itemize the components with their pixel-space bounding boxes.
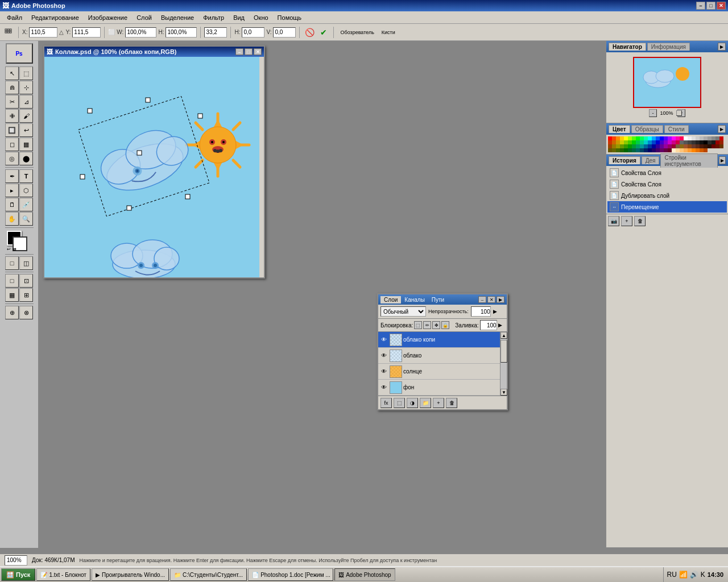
swatch[interactable] xyxy=(612,144,616,148)
tab-history[interactable]: История xyxy=(609,156,640,164)
swatch[interactable] xyxy=(664,140,668,144)
swatch[interactable] xyxy=(664,144,668,148)
swatch[interactable] xyxy=(616,148,620,152)
tab-color[interactable]: Цвет xyxy=(609,125,630,133)
brushes-btn[interactable]: Кисти xyxy=(379,26,398,39)
swatch[interactable] xyxy=(644,144,648,148)
swatch[interactable] xyxy=(648,148,652,152)
swatch[interactable] xyxy=(652,140,656,144)
swatch[interactable] xyxy=(652,148,656,152)
swatch[interactable] xyxy=(636,144,640,148)
jump-to-imageready[interactable]: ⊕ xyxy=(5,306,19,319)
layer-row-0[interactable]: 👁 облако копи xyxy=(378,332,507,348)
menu-edit[interactable]: Редактирование xyxy=(27,13,84,22)
swatch[interactable] xyxy=(700,140,704,144)
blur-tool[interactable]: ◎ xyxy=(5,152,19,165)
history-snapshot-btn[interactable]: 📷 xyxy=(608,216,619,226)
swatch[interactable] xyxy=(688,140,692,144)
swatch[interactable] xyxy=(708,144,712,148)
swatch[interactable] xyxy=(668,144,672,148)
menu-view[interactable]: Вид xyxy=(229,13,249,22)
slice-tool[interactable]: ⊿ xyxy=(19,95,33,109)
lock-image-btn[interactable]: ✏ xyxy=(423,321,431,329)
swatch[interactable] xyxy=(648,140,652,144)
swatch[interactable] xyxy=(696,140,700,144)
commit-transform-button[interactable]: ✔ xyxy=(317,26,330,39)
swatch[interactable] xyxy=(708,136,712,140)
swatch[interactable] xyxy=(680,136,684,140)
swatch[interactable] xyxy=(640,140,644,144)
minimize-button[interactable]: – xyxy=(696,2,705,10)
swatch[interactable] xyxy=(680,148,684,152)
swatch[interactable] xyxy=(692,136,696,140)
angle-input[interactable] xyxy=(204,27,227,38)
swatch[interactable] xyxy=(715,140,719,144)
start-button[interactable]: 🪟 Пуск xyxy=(1,568,35,581)
layer-eye-2[interactable]: 👁 xyxy=(379,367,388,376)
swatch[interactable] xyxy=(624,136,628,140)
layers-menu[interactable]: ▶ xyxy=(497,296,504,303)
swatch[interactable] xyxy=(656,144,660,148)
screen-mode-2[interactable]: ⊡ xyxy=(19,274,33,288)
swatch[interactable] xyxy=(608,136,612,140)
swatch[interactable] xyxy=(656,148,660,152)
taskbar-app-1[interactable]: ▶ Проигрыватель Windо... xyxy=(92,568,169,581)
screen-mode-1[interactable]: □ xyxy=(5,274,19,288)
swatch[interactable] xyxy=(688,144,692,148)
taskbar-app-4[interactable]: 🖼 Adobe Photoshop xyxy=(334,568,395,581)
swatch[interactable] xyxy=(696,136,700,140)
hand-tool[interactable]: ✋ xyxy=(5,212,19,226)
layer-mask-btn[interactable]: ⬚ xyxy=(394,398,405,408)
menu-layer[interactable]: Слой xyxy=(132,13,156,22)
standard-mode[interactable]: □ xyxy=(5,256,19,270)
swatch[interactable] xyxy=(719,140,723,144)
swatch[interactable] xyxy=(668,140,672,144)
layer-row-2[interactable]: 👁 солнце xyxy=(378,364,507,380)
swatch[interactable] xyxy=(644,148,648,152)
swatch[interactable] xyxy=(640,148,644,152)
color-menu-btn[interactable]: ▶ xyxy=(718,125,726,133)
layer-eye-1[interactable]: 👁 xyxy=(379,351,388,360)
swatch[interactable] xyxy=(688,148,692,152)
tab-layers[interactable]: Слои xyxy=(380,296,401,304)
lock-all-btn[interactable]: 🔒 xyxy=(441,321,449,329)
close-button[interactable]: ✕ xyxy=(717,2,726,10)
swatch[interactable] xyxy=(616,140,620,144)
swatch[interactable] xyxy=(700,148,704,152)
h2-input[interactable] xyxy=(242,27,264,38)
swatch[interactable] xyxy=(676,148,680,152)
swatch[interactable] xyxy=(632,140,636,144)
swatch[interactable] xyxy=(624,144,628,148)
swatch[interactable] xyxy=(700,136,704,140)
swatch[interactable] xyxy=(676,140,680,144)
swatch[interactable] xyxy=(712,140,715,144)
swatch[interactable] xyxy=(704,148,708,152)
marquee-tool[interactable]: ⬚ xyxy=(19,66,33,80)
swatch[interactable] xyxy=(676,136,680,140)
swatch[interactable] xyxy=(616,144,620,148)
toolbar-select-btn[interactable] xyxy=(2,26,15,39)
swatch[interactable] xyxy=(608,144,612,148)
swatch[interactable] xyxy=(684,136,688,140)
swatch[interactable] xyxy=(628,136,632,140)
opacity-input[interactable] xyxy=(471,306,491,317)
swatch[interactable] xyxy=(612,148,616,152)
swatch[interactable] xyxy=(632,148,636,152)
move-tool[interactable]: ↖ xyxy=(5,66,19,80)
history-item-1[interactable]: 📄 Свойства Слоя xyxy=(607,178,727,190)
swatch[interactable] xyxy=(648,136,652,140)
eyedropper-tool[interactable]: 💉 xyxy=(19,198,33,211)
swatch[interactable] xyxy=(660,144,664,148)
jump-btn2[interactable]: ⊗ xyxy=(19,306,33,319)
menu-select[interactable]: Выделение xyxy=(156,13,198,22)
swatch[interactable] xyxy=(696,148,700,152)
v-input[interactable] xyxy=(273,27,296,38)
swatch[interactable] xyxy=(672,140,676,144)
tab-swatches[interactable]: Образцы xyxy=(631,125,663,133)
taskbar-app-3[interactable]: 📄 Photoshop 1.doc [Режим ... xyxy=(248,568,333,581)
type-tool[interactable]: T xyxy=(19,169,33,183)
swatch[interactable] xyxy=(656,140,660,144)
browser-btn[interactable]: Обозреватель xyxy=(337,26,377,39)
layers-minimize[interactable]: – xyxy=(478,296,486,303)
layer-row-1[interactable]: 👁 облако xyxy=(378,348,507,364)
